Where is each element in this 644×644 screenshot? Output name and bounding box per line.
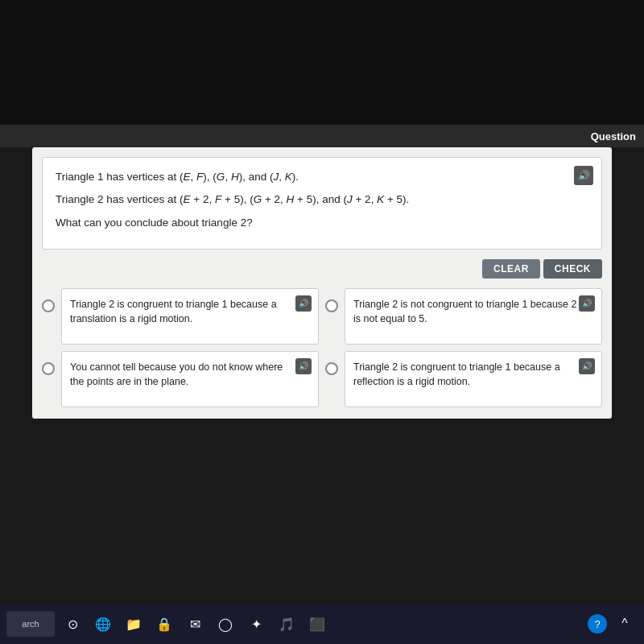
taskbar-file-icon[interactable]: 📁: [121, 611, 147, 637]
option-d-speaker[interactable]: 🔊: [579, 358, 595, 374]
option-c-text: You cannot tell because you do not know …: [70, 361, 283, 387]
question-line1: Triangle 1 has vertices at (E, F), (G, H…: [56, 169, 588, 185]
option-d-radio[interactable]: [325, 362, 338, 375]
taskbar-edge-icon[interactable]: 🌐: [90, 611, 116, 637]
action-row: CLEAR CHECK: [32, 256, 612, 285]
taskbar-circle-icon[interactable]: ◯: [213, 611, 238, 637]
option-c-speaker[interactable]: 🔊: [295, 358, 312, 374]
question-box: Triangle 1 has vertices at (E, F), (G, H…: [42, 157, 602, 250]
taskbar: arch ⊙ 🌐 📁 🔒 ✉ ◯ ✦ 🎵 ⬛ ? ^: [0, 604, 644, 644]
taskbar-search[interactable]: arch: [6, 611, 55, 637]
option-b-text: Triangle 2 is not congruent to triangle …: [353, 299, 577, 324]
option-d-text: Triangle 2 is congruent to triangle 1 be…: [353, 361, 560, 387]
question-speaker-button[interactable]: 🔊: [574, 166, 593, 185]
check-button[interactable]: CHECK: [543, 259, 602, 279]
option-a-speaker[interactable]: 🔊: [295, 295, 312, 312]
taskbar-help-icon[interactable]: ?: [588, 614, 607, 634]
option-a-box[interactable]: Triangle 2 is congruent to triangle 1 be…: [61, 288, 319, 345]
main-content: Triangle 1 has vertices at (E, F), (G, H…: [32, 147, 612, 419]
taskbar-app-icon[interactable]: ⬛: [304, 611, 330, 637]
option-d-item: Triangle 2 is congruent to triangle 1 be…: [325, 351, 602, 407]
screen: Question Triangle 1 has vertices at (E, …: [0, 0, 644, 644]
taskbar-dropbox-icon[interactable]: ✦: [243, 611, 269, 637]
option-a-item: Triangle 2 is congruent to triangle 1 be…: [42, 288, 319, 345]
option-b-box[interactable]: Triangle 2 is not congruent to triangle …: [345, 288, 602, 345]
option-d-box[interactable]: Triangle 2 is congruent to triangle 1 be…: [345, 351, 602, 407]
taskbar-search-icon[interactable]: ⊙: [60, 611, 85, 637]
option-b-speaker[interactable]: 🔊: [579, 295, 595, 312]
question-line3: What can you conclude about triangle 2?: [56, 215, 588, 231]
question-label: Question: [591, 130, 636, 142]
taskbar-music-icon[interactable]: 🎵: [274, 611, 299, 637]
option-c-box[interactable]: You cannot tell because you do not know …: [61, 351, 319, 407]
taskbar-right: ? ^: [588, 611, 638, 637]
option-b-radio[interactable]: [325, 299, 338, 312]
clear-button[interactable]: CLEAR: [482, 259, 540, 279]
option-a-radio[interactable]: [42, 299, 55, 312]
top-dark-area: [0, 0, 644, 125]
question-line2: Triangle 2 has vertices at (E + 2, F + 5…: [56, 192, 588, 208]
header-bar: Question: [0, 125, 644, 147]
taskbar-lock-icon[interactable]: 🔒: [151, 611, 177, 637]
option-c-item: You cannot tell because you do not know …: [42, 351, 319, 407]
options-grid: Triangle 2 is congruent to triangle 1 be…: [32, 285, 612, 419]
option-b-item: Triangle 2 is not congruent to triangle …: [325, 288, 602, 345]
taskbar-chevron-icon[interactable]: ^: [612, 611, 638, 637]
taskbar-mail-icon[interactable]: ✉: [182, 611, 208, 637]
option-c-radio[interactable]: [42, 362, 55, 375]
option-a-text: Triangle 2 is congruent to triangle 1 be…: [70, 299, 277, 324]
